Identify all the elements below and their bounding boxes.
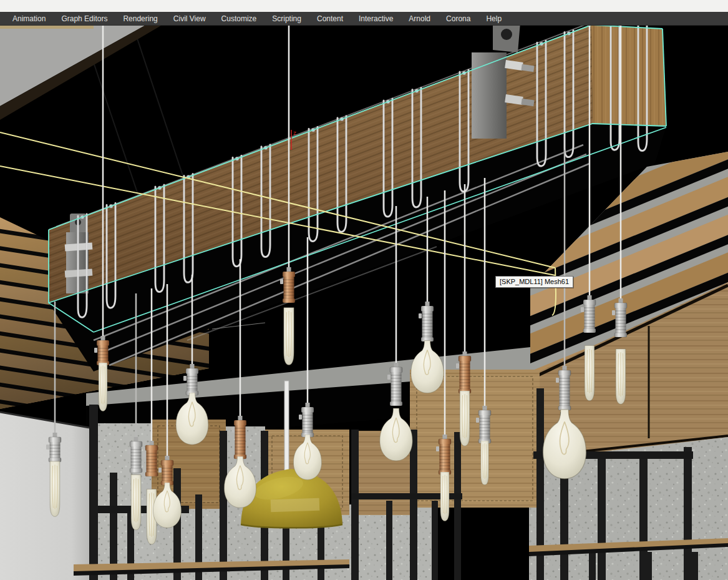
menu-bar: AnimationGraph EditorsRenderingCivil Vie…: [0, 12, 728, 26]
menu-item-animation[interactable]: Animation: [12, 12, 46, 26]
menu-item-corona[interactable]: Corona: [446, 12, 470, 26]
menu-item-arnold[interactable]: Arnold: [409, 12, 430, 26]
z-axis-label: z: [293, 130, 296, 136]
menu-item-help[interactable]: Help: [486, 12, 502, 26]
menu-item-rendering[interactable]: Rendering: [123, 12, 157, 26]
window-title-strip: [0, 0, 728, 12]
menu-item-graph-editors[interactable]: Graph Editors: [61, 12, 107, 26]
viewport-3d-scene[interactable]: z: [0, 26, 728, 580]
menu-item-scripting[interactable]: Scripting: [272, 12, 301, 26]
white-wall: [0, 412, 89, 580]
3dsmax-window: AnimationGraph EditorsRenderingCivil Vie…: [0, 0, 728, 580]
dome-pendant-rod: [284, 381, 289, 473]
menu-item-customize[interactable]: Customize: [221, 12, 257, 26]
viewport-canvas[interactable]: z [SKP_MDL11] Mesh61: [0, 26, 728, 580]
menu-item-civil-view[interactable]: Civil View: [173, 12, 206, 26]
object-tooltip: [SKP_MDL11] Mesh61: [495, 276, 573, 288]
menu-item-interactive[interactable]: Interactive: [359, 12, 393, 26]
menu-item-content[interactable]: Content: [317, 12, 343, 26]
